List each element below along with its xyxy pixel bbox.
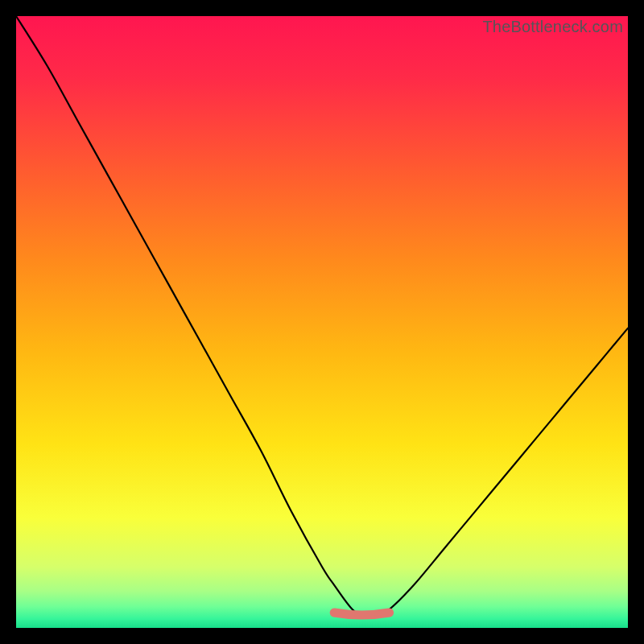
watermark-text: TheBottleneck.com — [482, 18, 623, 36]
plot-area: TheBottleneck.com — [16, 16, 628, 628]
bottleneck-curve — [16, 16, 628, 628]
chart-frame: TheBottleneck.com — [0, 0, 644, 644]
